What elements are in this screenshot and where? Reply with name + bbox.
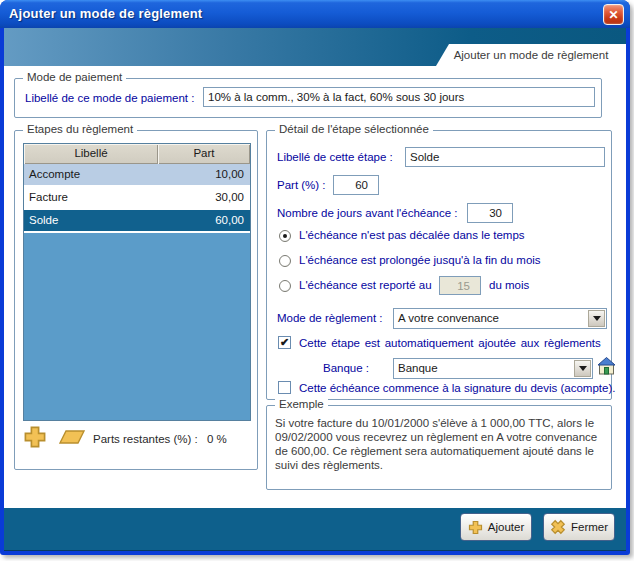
payment-method-select[interactable]: A votre convenance	[393, 308, 607, 329]
add-step-icon[interactable]	[23, 425, 47, 449]
groupbox-step-detail: Détail de l'étape sélectionnée Libellé d…	[266, 130, 612, 400]
groupbox-steps-title: Etapes du règlement	[23, 123, 137, 135]
payment-method-label: Mode de règlement :	[277, 312, 382, 324]
radio-postponed[interactable]	[279, 280, 291, 292]
plus-icon	[468, 520, 483, 535]
groupbox-step-detail-title: Détail de l'étape sélectionnée	[275, 123, 433, 135]
groupbox-payment-mode: Mode de paiement Libellé de ce mode de p…	[14, 78, 602, 118]
edit-step-icon[interactable]	[59, 430, 85, 445]
payment-mode-label: Libellé de ce mode de paiement :	[25, 92, 194, 104]
radio-row-no-shift[interactable]: L'échéance n'est pas décalée dans le tem…	[279, 229, 603, 243]
chevron-down-icon[interactable]	[574, 360, 591, 377]
radio-postponed-label-before: L'échéance est reporté au	[299, 279, 432, 291]
add-button-label: Ajouter	[488, 521, 524, 533]
radio-end-of-month-label: L'échéance est prolongée jusqu'à la fin …	[299, 254, 541, 266]
row-libelle: Facture	[24, 187, 158, 208]
example-text: Si votre facture du 10/01/2000 s'élève à…	[275, 416, 605, 472]
add-button[interactable]: Ajouter	[460, 513, 532, 541]
header-tab: Ajouter un mode de règlement	[436, 44, 626, 66]
footer-bar: Ajouter Fermer	[4, 508, 626, 551]
groupbox-steps: Etapes du règlement Libellé Part Accompt…	[14, 130, 258, 470]
auto-add-checkbox-label: Cette étape est automatiquement ajoutée …	[299, 337, 601, 349]
remaining-parts-value: 0 %	[207, 433, 227, 445]
column-header-part[interactable]: Part	[158, 144, 250, 164]
groupbox-payment-mode-title: Mode de paiement	[23, 71, 126, 83]
radio-row-end-of-month[interactable]: L'échéance est prolongée jusqu'à la fin …	[279, 254, 603, 268]
close-icon[interactable]: ✕	[603, 4, 624, 25]
steps-table[interactable]: Libellé Part Accompte 10,00 Facture 30,0…	[23, 143, 251, 421]
dialog-content: Mode de paiement Libellé de ce mode de p…	[4, 66, 626, 508]
radio-no-shift[interactable]	[279, 230, 291, 242]
row-part: 60,00	[158, 210, 250, 231]
row-libelle: Solde	[24, 210, 158, 231]
row-part: 10,00	[158, 164, 250, 185]
step-name-label: Libellé de cette étape :	[277, 151, 393, 163]
part-percent-input[interactable]	[333, 175, 379, 195]
radio-no-shift-label: L'échéance n'est pas décalée dans le tem…	[299, 229, 525, 241]
groupbox-example-title: Exemple	[275, 398, 328, 410]
close-glyph: ✕	[608, 8, 618, 22]
radio-end-of-month[interactable]	[279, 255, 291, 267]
steps-table-header: Libellé Part	[24, 144, 250, 164]
signature-checkbox-label: Cette échéance commence à la signature d…	[299, 382, 615, 394]
bank-select[interactable]: Banque	[393, 358, 593, 379]
window-title: Ajouter un mode de règlement	[9, 6, 202, 21]
row-part: 30,00	[158, 187, 250, 208]
postponed-day-input	[439, 276, 481, 295]
bank-icon[interactable]	[597, 356, 616, 376]
remaining-parts-label: Parts restantes (%) :	[93, 433, 198, 445]
x-icon	[550, 519, 566, 535]
table-row-selected[interactable]: Solde 60,00	[24, 210, 250, 233]
payment-method-value: A votre convenance	[398, 312, 499, 324]
radio-postponed-label-after: du mois	[489, 279, 529, 291]
chevron-down-icon[interactable]	[588, 310, 605, 327]
bank-label: Banque :	[323, 362, 369, 374]
close-button-label: Fermer	[571, 521, 608, 533]
dialog-window: Ajouter un mode de règlement ✕ Ajouter u…	[0, 0, 630, 555]
table-row[interactable]: Facture 30,00	[24, 187, 250, 210]
header-band: Ajouter un mode de règlement	[4, 28, 626, 66]
radio-row-postponed[interactable]: L'échéance est reporté au du mois	[279, 279, 603, 293]
column-header-libelle[interactable]: Libellé	[24, 144, 158, 164]
close-button[interactable]: Fermer	[543, 513, 615, 541]
row-libelle: Accompte	[24, 164, 158, 185]
days-before-due-label: Nombre de jours avant l'échéance :	[277, 207, 458, 219]
days-before-due-input[interactable]	[467, 203, 513, 223]
auto-add-checkbox[interactable]	[278, 336, 291, 349]
table-row[interactable]: Accompte 10,00	[24, 164, 250, 187]
signature-checkbox[interactable]	[278, 381, 291, 394]
title-bar: Ajouter un mode de règlement ✕	[0, 0, 630, 28]
part-percent-label: Part (%) :	[277, 179, 326, 191]
bank-value: Banque	[398, 362, 438, 374]
step-name-input[interactable]	[405, 147, 605, 167]
payment-mode-input[interactable]	[203, 87, 595, 107]
groupbox-example: Exemple Si votre facture du 10/01/2000 s…	[266, 405, 612, 490]
header-tab-label: Ajouter un mode de règlement	[454, 49, 609, 61]
